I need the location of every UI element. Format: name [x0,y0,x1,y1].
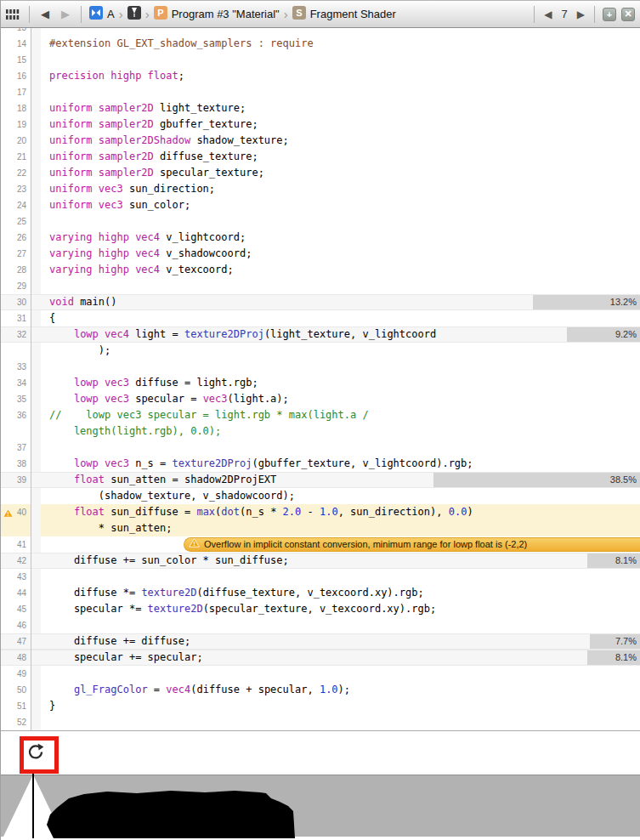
fold-ribbon [31,633,41,650]
line-number-gutter[interactable]: 38 [1,456,31,472]
code-row: 23uniform vec3 sun_direction; [1,181,640,197]
code-token: gl_FragColor [74,684,148,695]
fold-ribbon [31,569,41,585]
line-number-gutter[interactable]: 26 [1,230,31,246]
line-number-gutter[interactable]: 47 [1,633,31,650]
code-token: (gbuffer_texture, v_lightcoord).rgb; [252,457,473,469]
code-rows: 1314#extension GL_EXT_shadow_samplers : … [1,28,640,730]
line-number-gutter[interactable]: 17 [1,84,31,100]
close-button-icon[interactable]: ✕ [621,8,635,21]
code-line: lowp vec3 specular = vec3(light.a); [41,391,640,407]
breadcrumb-item[interactable]: A [89,6,115,22]
line-number-gutter[interactable]: 49 [1,666,31,682]
perf-percentage-badge: 38.5% [433,473,640,487]
breadcrumb-item[interactable] [127,6,141,22]
code-line: uniform sampler2DShadow shadow_texture; [41,133,640,149]
line-number-gutter[interactable]: 15 [1,52,31,68]
line-number-gutter[interactable]: 27 [1,246,31,262]
line-number-gutter[interactable]: 14 [1,36,31,52]
next-item-icon[interactable]: ▶ [575,9,586,20]
add-button-icon[interactable]: + [603,8,616,21]
line-number-gutter[interactable] [1,488,31,504]
line-number-gutter[interactable]: 31 [1,310,31,326]
code-token: precision highp float [49,70,178,82]
fold-ribbon [31,197,41,213]
code-line: lowp vec3 diffuse = light.rgb; [41,375,640,391]
line-number-gutter[interactable]: 41 [1,536,31,553]
line-number: 37 [17,443,26,452]
code-line: } [41,698,640,714]
forward-arrow-icon[interactable]: ▶ [58,9,73,20]
jump-bar: ◀ ▶ A››PProgram #3 "Material"›SFragment … [1,0,640,28]
back-arrow-icon[interactable]: ◀ [37,9,53,20]
code-token: texture2D [141,587,196,599]
code-token: uniform vec3 [49,183,123,195]
line-number-gutter[interactable]: 50 [1,682,31,698]
fold-ribbon [31,230,41,246]
line-number-gutter[interactable]: 19 [1,116,31,133]
fold-ribbon [31,601,41,617]
line-number-gutter[interactable]: 25 [1,213,31,230]
editor-list-icon[interactable] [6,9,21,20]
fold-ribbon [31,343,41,359]
line-number-gutter[interactable]: 52 [1,714,31,730]
fold-ribbon [31,52,41,68]
code-token: (light_texture, v_lightcoord [264,328,436,340]
line-number-gutter[interactable]: 45 [1,601,31,617]
code-token: diffuse = light.rgb; [129,377,258,389]
line-number-gutter[interactable]: 21 [1,149,31,165]
code-row: 36// lowp vec3 specular = light.rgb * ma… [1,407,640,423]
prev-item-icon[interactable]: ◀ [542,9,553,20]
warning-banner[interactable]: !Overflow in implicit constant conversio… [184,537,640,552]
line-number-gutter[interactable]: 22 [1,165,31,181]
line-number-gutter[interactable]: 37 [1,440,31,456]
line-number-gutter[interactable] [1,423,31,440]
line-number-gutter[interactable]: 43 [1,569,31,585]
breadcrumb-item[interactable]: PProgram #3 "Material" [154,6,280,22]
line-number-gutter[interactable]: 13 [1,28,31,36]
line-number-gutter[interactable]: 29 [1,278,31,294]
toolbar-divider [29,6,30,23]
line-number-gutter[interactable]: 33 [1,359,31,375]
code-token: specular = [129,393,203,405]
line-number-gutter[interactable]: 20 [1,133,31,149]
code-line: diffuse += diffuse;7.7% [41,633,640,650]
line-number-gutter[interactable]: 28 [1,262,31,278]
fold-ribbon [31,181,41,197]
line-number-gutter[interactable]: 36 [1,407,31,423]
line-number-gutter[interactable]: 46 [1,617,31,633]
line-number-gutter[interactable]: 16 [1,68,31,84]
breadcrumb-label: Program #3 "Material" [172,8,280,20]
line-number-gutter[interactable]: 42 [1,553,31,569]
line-number-gutter[interactable]: 35 [1,391,31,407]
code-row: 41!Overflow in implicit constant convers… [1,536,640,553]
code-token: varying highp vec4 [49,247,160,259]
line-number-gutter[interactable]: 30 [1,294,31,310]
line-number: 51 [17,701,26,711]
toolbar-divider [81,6,82,23]
line-number-gutter[interactable]: !40 [1,504,31,520]
fold-ribbon [31,456,41,472]
code-token: texture2DProj [173,457,252,469]
perf-percentage-badge: 9.2% [567,327,640,342]
code-editor[interactable]: 1314#extension GL_EXT_shadow_samplers : … [1,28,640,730]
line-number-gutter[interactable]: 34 [1,375,31,391]
breadcrumb-item[interactable]: SFragment Shader [292,6,396,22]
code-token [49,506,74,518]
line-number-gutter[interactable]: 23 [1,181,31,197]
line-number-gutter[interactable] [1,520,31,536]
program-icon: P [154,6,167,22]
code-token: lowp vec3 [74,457,129,469]
line-number-gutter[interactable]: 51 [1,698,31,714]
code-token: dot [221,506,240,518]
code-line [41,359,640,375]
line-number-gutter[interactable]: 24 [1,197,31,213]
line-number-gutter[interactable]: 48 [1,650,31,666]
line-number-gutter[interactable] [1,343,31,359]
fold-ribbon [31,326,41,343]
line-number-gutter[interactable]: 32 [1,326,31,343]
line-number-gutter[interactable]: 39 [1,472,31,488]
line-number-gutter[interactable]: 18 [1,100,31,116]
code-token: } [49,700,55,712]
line-number-gutter[interactable]: 44 [1,585,31,601]
